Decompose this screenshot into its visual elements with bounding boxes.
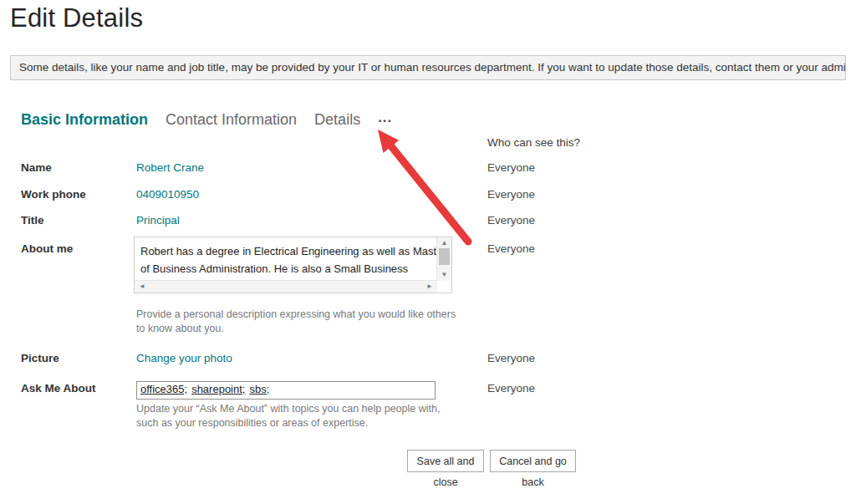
title-visibility: Everyone xyxy=(487,214,535,227)
save-all-and-close-button[interactable]: Save all and close xyxy=(407,450,484,472)
name-visibility: Everyone xyxy=(487,161,535,174)
work-phone-value-link[interactable]: 0409010950 xyxy=(136,188,199,201)
work-phone-visibility: Everyone xyxy=(487,188,535,201)
about-me-textarea[interactable]: Robert has a degree in Electrical Engine… xyxy=(134,237,452,293)
tab-ellipsis[interactable]: ... xyxy=(378,109,392,126)
edit-details-page: Edit Details Some details, like your nam… xyxy=(0,0,856,504)
tab-contact-information[interactable]: Contact Information xyxy=(166,111,297,129)
horizontal-scrollbar[interactable]: ◄ ► xyxy=(135,280,437,293)
picture-label: Picture xyxy=(21,352,59,364)
about-me-visibility: Everyone xyxy=(487,242,535,255)
ask-me-about-tag[interactable]: sharepoint; xyxy=(191,383,245,395)
picture-visibility: Everyone xyxy=(487,352,535,364)
title-label: Title xyxy=(21,214,44,227)
scroll-right-icon[interactable]: ► xyxy=(426,281,433,292)
change-photo-link[interactable]: Change your photo xyxy=(136,352,232,364)
vertical-scrollbar[interactable]: ▲ ▼ xyxy=(436,237,451,281)
title-value-link[interactable]: Principal xyxy=(136,214,180,227)
name-value-link[interactable]: Robert Crane xyxy=(136,161,204,174)
scroll-up-icon[interactable]: ▲ xyxy=(437,239,451,247)
vertical-scrollbar-thumb[interactable] xyxy=(439,248,450,265)
cancel-and-go-back-button[interactable]: Cancel and go back xyxy=(490,450,576,472)
scroll-down-icon[interactable]: ▼ xyxy=(437,271,451,279)
ask-me-about-tag[interactable]: office365; xyxy=(140,383,187,395)
name-label: Name xyxy=(21,161,52,174)
about-me-label: About me xyxy=(21,242,73,255)
tab-details[interactable]: Details xyxy=(314,111,360,129)
ask-me-about-input[interactable]: office365;sharepoint;sbs; xyxy=(136,381,436,400)
who-can-see-header: Who can see this? xyxy=(487,136,580,149)
info-banner: Some details, like your name and job tit… xyxy=(10,55,846,80)
ask-me-about-visibility: Everyone xyxy=(487,382,535,395)
ask-me-about-tag[interactable]: sbs; xyxy=(249,383,269,395)
ask-me-about-label: Ask Me About xyxy=(21,382,96,395)
about-me-help-text: Provide a personal description expressin… xyxy=(136,308,464,336)
profile-tabs: Basic Information Contact Information De… xyxy=(21,111,392,129)
tab-basic-information[interactable]: Basic Information xyxy=(21,111,148,129)
ask-me-about-help-text: Update your “Ask Me About” with topics y… xyxy=(136,402,456,430)
about-me-text: Robert has a degree in Electrical Engine… xyxy=(135,237,437,281)
scroll-left-icon[interactable]: ◄ xyxy=(139,281,145,292)
work-phone-label: Work phone xyxy=(21,188,86,201)
page-title: Edit Details xyxy=(10,3,143,33)
